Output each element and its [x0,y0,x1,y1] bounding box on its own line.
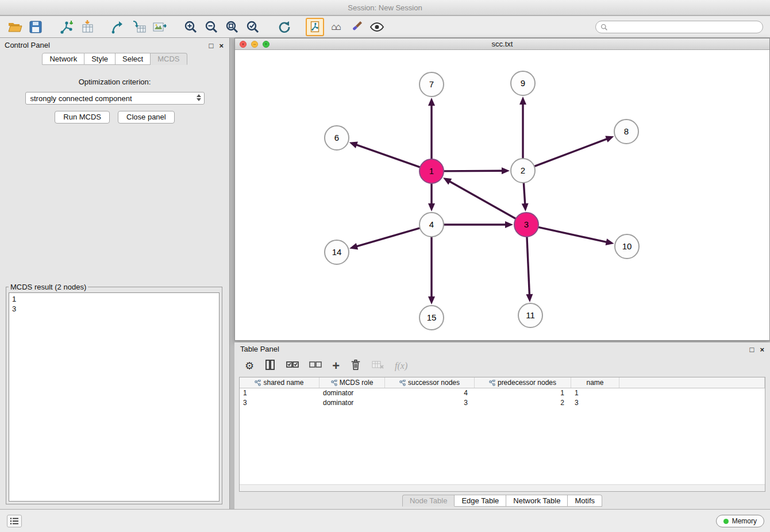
cell-successor-nodes[interactable]: 3 [385,398,475,408]
network-canvas[interactable]: 7968124314101511 [235,50,769,340]
graph-edge[interactable] [527,237,530,295]
tab-network-table[interactable]: Network Table [506,495,568,507]
graph-edge[interactable] [449,181,515,219]
mcds-result-group: MCDS result (2 nodes) 1 3 [6,283,222,504]
graph-node[interactable]: 9 [511,71,535,95]
graph-node[interactable]: 6 [325,126,349,150]
close-panel-icon[interactable]: × [760,346,764,353]
network-and-table-icon[interactable] [130,18,148,36]
zoom-fit-icon[interactable] [223,18,241,36]
import-table-icon[interactable] [78,18,97,36]
table-row[interactable]: 1 dominator 4 1 1 [240,388,765,398]
window-zoom-icon[interactable]: + [263,41,270,48]
graph-node[interactable]: 3 [514,213,538,237]
zoom-out-icon[interactable] [202,18,221,36]
show-hide-icon[interactable] [368,18,386,36]
graph-node[interactable]: 11 [518,303,542,327]
mcds-result-list[interactable]: 1 3 [9,292,220,502]
node-label: 6 [334,133,339,142]
graph-edge[interactable] [538,227,607,242]
graph-node[interactable]: 14 [325,240,349,264]
tab-mcds[interactable]: MCDS [151,53,187,65]
horizontal-scrollbar[interactable] [240,484,765,491]
cell-name[interactable]: 1 [571,388,619,398]
search-input[interactable] [608,22,763,32]
optimization-criterion-select[interactable]: strongly connected component [25,92,205,105]
selected-option: strongly connected component [30,94,132,103]
cell-mcds-role[interactable]: dominator [319,388,385,398]
graph-edge[interactable] [356,228,420,246]
cell-predecessor-nodes[interactable]: 2 [475,398,571,408]
table-panel-title: Table Panel [240,345,279,353]
table-settings-icon[interactable]: ⚙ [245,361,254,371]
graph-edge[interactable] [444,171,503,171]
column-type-icon [255,380,261,386]
share-network-icon[interactable] [109,18,128,36]
tab-motifs[interactable]: Motifs [568,495,602,507]
copy-view-icon[interactable] [306,18,324,36]
save-session-icon[interactable] [26,18,45,36]
cell-name[interactable]: 3 [571,398,619,408]
zoom-in-icon[interactable] [182,18,200,36]
graph-node[interactable]: 2 [511,159,535,183]
edge-arrow-icon [428,296,435,304]
result-line: 1 [12,294,216,304]
node-label: 15 [427,313,437,322]
tab-style[interactable]: Style [84,53,116,65]
zoom-selected-icon[interactable] [244,18,262,36]
tab-edge-table[interactable]: Edge Table [455,495,506,507]
graph-node[interactable]: 10 [615,234,639,259]
cell-shared-name[interactable]: 3 [240,398,319,408]
task-history-button[interactable] [7,515,22,527]
graph-node[interactable]: 7 [419,72,444,97]
memory-button[interactable]: Memory [716,515,764,527]
table-row[interactable]: 3 dominator 3 2 3 [240,398,765,408]
cell-empty [619,388,765,398]
graph-edge[interactable] [523,183,525,205]
graph-node[interactable]: 1 [419,159,444,183]
tab-select[interactable]: Select [116,53,151,65]
column-header[interactable]: predecessor nodes [475,377,571,388]
window-minimize-icon[interactable]: − [251,41,258,48]
network-window-titlebar[interactable]: × − + scc.txt [235,38,769,50]
column-header[interactable]: successor nodes [385,377,475,388]
tab-network[interactable]: Network [42,53,84,65]
deselect-all-columns-icon[interactable] [309,360,322,372]
show-columns-icon[interactable] [264,359,276,373]
column-header[interactable]: MCDS role [319,377,385,388]
graph-edge[interactable] [356,145,420,167]
column-header[interactable]: name [571,377,619,388]
control-panel-title: Control Panel [5,41,50,49]
close-panel-icon[interactable]: × [219,42,224,49]
network-overview-icon[interactable]: ⌂⌂ [326,18,345,36]
delete-column-icon[interactable] [350,358,361,373]
cell-shared-name[interactable]: 1 [240,388,319,398]
node-label: 7 [429,79,434,89]
close-panel-button[interactable]: Close panel [118,111,175,124]
float-panel-icon[interactable]: □ [209,42,214,49]
tab-node-table[interactable]: Node Table [402,495,455,507]
column-type-icon [399,380,406,386]
import-network-icon[interactable] [57,18,76,36]
float-panel-icon[interactable]: □ [750,346,754,353]
run-mcds-button[interactable]: Run MCDS [55,111,110,124]
graph-node[interactable]: 8 [614,119,638,144]
cell-mcds-role[interactable]: dominator [319,398,385,408]
cell-successor-nodes[interactable]: 4 [385,388,475,398]
cell-predecessor-nodes[interactable]: 1 [475,388,571,398]
edge-arrow-icon [428,98,435,106]
column-header[interactable]: shared name [240,377,319,388]
style-paint-icon[interactable] [347,18,365,36]
graph-node[interactable]: 15 [419,306,444,330]
create-column-icon[interactable]: + [332,360,340,372]
window-close-icon[interactable]: × [240,41,247,48]
export-image-icon[interactable] [151,18,169,36]
open-session-icon[interactable] [6,18,24,36]
graph-edge[interactable] [534,138,608,166]
edge-arrow-icon [502,167,510,174]
memory-label: Memory [732,517,757,525]
graph-node[interactable]: 4 [419,213,444,237]
refresh-layout-icon[interactable] [275,18,293,36]
edge-arrow-icon [606,238,614,245]
select-all-columns-icon[interactable] [286,360,299,372]
